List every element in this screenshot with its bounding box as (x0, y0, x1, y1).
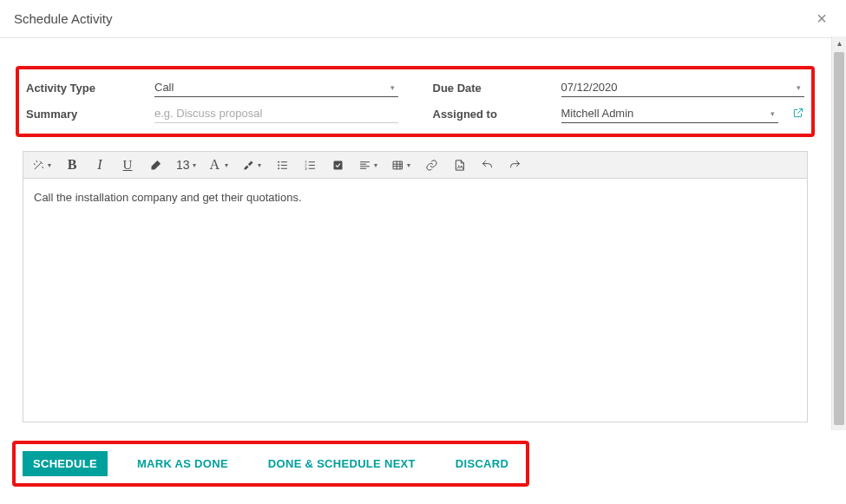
activity-type-input[interactable] (154, 78, 387, 96)
unordered-list-button[interactable] (275, 159, 289, 172)
svg-point-2 (278, 167, 279, 169)
activity-type-label: Activity Type (26, 82, 148, 95)
highlight-button[interactable]: ▾ (242, 159, 261, 172)
ordered-list-button[interactable]: 123 (303, 159, 317, 172)
dropdown-caret-icon[interactable]: ▾ (767, 109, 778, 118)
svg-rect-6 (333, 160, 342, 169)
image-button[interactable] (452, 159, 466, 172)
align-button[interactable]: ▾ (358, 159, 377, 172)
table-button[interactable]: ▾ (391, 159, 410, 172)
svg-point-1 (278, 164, 279, 166)
editor-toolbar: ▾ B I U 13 ▾ A▾ ▾ 123 (23, 152, 807, 179)
svg-point-8 (458, 165, 460, 167)
scroll-thumb[interactable] (834, 52, 844, 425)
italic-button[interactable]: I (93, 157, 107, 173)
link-button[interactable] (424, 159, 438, 172)
editor-content[interactable]: Call the installation company and get th… (23, 179, 807, 422)
activity-type-field: Activity Type ▾ (26, 78, 398, 97)
assigned-to-field: Assigned to ▾ (433, 104, 805, 123)
checklist-button[interactable] (331, 159, 344, 172)
font-size-select[interactable]: 13 ▾ (176, 158, 196, 172)
due-date-field: Due Date ▾ (433, 78, 805, 97)
external-link-icon[interactable] (792, 107, 804, 121)
done-schedule-next-button[interactable]: DONE & SCHEDULE NEXT (258, 451, 426, 476)
bold-button[interactable]: B (65, 157, 79, 173)
close-button[interactable]: × (811, 9, 832, 29)
schedule-button[interactable]: SCHEDULE (23, 451, 108, 476)
form-section-highlight: Activity Type ▾ Summary Due Date (16, 66, 815, 137)
svg-rect-7 (394, 161, 403, 169)
assigned-to-label: Assigned to (433, 108, 554, 121)
svg-point-0 (278, 160, 279, 162)
font-family-button[interactable]: A▾ (210, 157, 229, 173)
due-date-input[interactable] (561, 78, 794, 96)
summary-input[interactable] (154, 104, 398, 122)
assigned-to-input[interactable] (561, 104, 768, 122)
undo-button[interactable] (480, 159, 494, 172)
summary-field: Summary (26, 104, 398, 123)
rich-text-editor: ▾ B I U 13 ▾ A▾ ▾ 123 (23, 151, 808, 422)
summary-label: Summary (26, 108, 148, 121)
discard-button[interactable]: DISCARD (445, 451, 519, 476)
font-size-value: 13 (176, 158, 190, 172)
due-date-label: Due Date (433, 82, 554, 95)
modal-footer: SCHEDULE MARK AS DONE DONE & SCHEDULE NE… (0, 430, 846, 504)
modal-header: Schedule Activity × (0, 0, 846, 38)
dropdown-caret-icon[interactable]: ▾ (387, 83, 398, 92)
underline-button[interactable]: U (121, 158, 134, 173)
modal-body: Activity Type ▾ Summary Due Date (0, 36, 830, 438)
scroll-up-icon[interactable]: ▴ (832, 36, 846, 50)
footer-highlight: SCHEDULE MARK AS DONE DONE & SCHEDULE NE… (12, 441, 529, 487)
mark-as-done-button[interactable]: MARK AS DONE (127, 451, 239, 476)
svg-text:3: 3 (305, 166, 307, 170)
eraser-icon[interactable] (148, 159, 162, 172)
dropdown-caret-icon[interactable]: ▾ (793, 83, 804, 92)
modal-title: Schedule Activity (14, 11, 112, 26)
redo-button[interactable] (508, 159, 521, 172)
magic-wand-icon[interactable]: ▾ (32, 159, 51, 172)
